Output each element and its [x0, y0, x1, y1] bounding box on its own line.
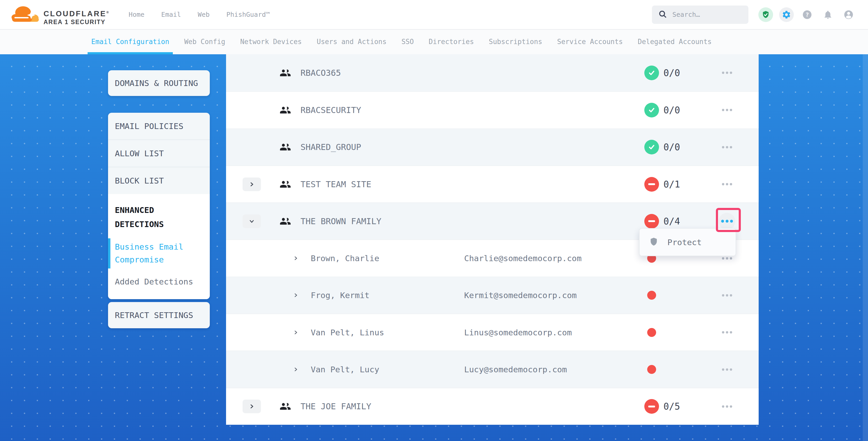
- sidebar-policies-card: EMAIL POLICIESALLOW LISTBLOCK LIST ENHAN…: [108, 113, 210, 299]
- member-email: Lucy@somedemocorp.com: [464, 365, 567, 374]
- status-unprotected-dot: [647, 365, 656, 374]
- tab-web-config[interactable]: Web Config: [184, 29, 225, 54]
- shield-check-icon[interactable]: [758, 7, 773, 22]
- main-content: DOMAINS & ROUTING EMAIL POLICIESALLOW LI…: [0, 54, 868, 441]
- nav-link-home[interactable]: Home: [129, 11, 145, 18]
- tab-users-and-actions[interactable]: Users and Actions: [317, 29, 386, 54]
- group-people-icon: [280, 67, 291, 78]
- group-people-icon: [280, 104, 291, 116]
- brand-subtitle: AREA 1 SECURITY: [43, 19, 109, 25]
- expand-chevron-button[interactable]: [243, 400, 261, 413]
- table-row-group[interactable]: RBACO3650/0: [226, 54, 758, 91]
- group-name: RBACSECURITY: [301, 105, 361, 115]
- groups-table: RBACO3650/0RBACSECURITY0/0SHARED_GROUP0/…: [226, 54, 758, 425]
- notifications-bell-icon[interactable]: [820, 7, 835, 22]
- registered-mark: ®: [106, 10, 109, 14]
- group-people-icon: [280, 179, 291, 190]
- tab-directories[interactable]: Directories: [429, 29, 474, 54]
- member-name: Van Pelt, Lucy: [311, 365, 379, 374]
- tab-subscriptions[interactable]: Subscriptions: [489, 29, 542, 54]
- brand-title: CLOUDFLARE®: [43, 10, 109, 18]
- protection-count: 0/4: [663, 216, 680, 226]
- sidebar-item-allow-list[interactable]: ALLOW LIST: [108, 139, 210, 167]
- row-actions-menu-button[interactable]: [718, 176, 735, 193]
- member-name: Van Pelt, Linus: [311, 328, 384, 337]
- group-name: RBACO365: [301, 68, 341, 78]
- status-unprotected-badge: [644, 214, 659, 229]
- protection-count: 0/0: [663, 68, 680, 78]
- settings-gear-icon[interactable]: [779, 7, 794, 22]
- table-row-group[interactable]: RBACSECURITY0/0: [226, 91, 758, 128]
- secondary-tabbar: Email ConfigurationWeb ConfigNetwork Dev…: [0, 29, 868, 54]
- annotation-highlight-box: [716, 208, 741, 232]
- expand-chevron-button[interactable]: [243, 178, 261, 191]
- protection-count: 0/0: [663, 105, 680, 115]
- protect-dropdown: Protect: [639, 228, 736, 256]
- search-input[interactable]: [672, 10, 739, 19]
- member-email: Charlie@somedemocorp.com: [464, 254, 582, 263]
- table-row-member[interactable]: Van Pelt, LinusLinus@somedemocorp.com: [226, 314, 758, 351]
- search-box[interactable]: [652, 5, 748, 24]
- tab-network-devices[interactable]: Network Devices: [240, 29, 302, 54]
- group-name: SHARED_GROUP: [301, 142, 361, 152]
- row-actions-menu-button[interactable]: [718, 324, 735, 341]
- group-name: THE BROWN FAMILY: [301, 216, 381, 226]
- sidebar-item-retract-settings[interactable]: RETRACT SETTINGS: [108, 302, 210, 328]
- group-people-icon: [280, 401, 291, 412]
- group-name: TEST TEAM SITE: [301, 179, 371, 189]
- row-actions-menu-button[interactable]: [718, 139, 735, 155]
- sidebar-item-business-email-compromise[interactable]: Business Email Compromise: [115, 241, 203, 266]
- sidebar-item-domains-routing[interactable]: DOMAINS & ROUTING: [108, 70, 210, 96]
- member-email: Kermit@somedemocorp.com: [464, 290, 577, 300]
- member-chevron-icon: [293, 256, 299, 261]
- protect-menu-item[interactable]: Protect: [668, 238, 702, 247]
- row-actions-menu-button[interactable]: [718, 361, 735, 378]
- svg-text:?: ?: [805, 11, 809, 18]
- sidebar-item-block-list[interactable]: BLOCK LIST: [108, 167, 210, 194]
- member-email: Linus@somedemocorp.com: [464, 328, 572, 337]
- row-actions-menu-button[interactable]: [718, 287, 735, 304]
- cloudflare-logo[interactable]: CLOUDFLARE® AREA 1 SECURITY: [11, 4, 109, 25]
- group-name: THE JOE FAMILY: [301, 401, 371, 411]
- tab-service-accounts[interactable]: Service Accounts: [557, 29, 623, 54]
- member-chevron-icon: [293, 293, 299, 298]
- nav-link-phishguard[interactable]: PhishGuard™: [226, 11, 270, 18]
- area1-security-app: CLOUDFLARE® AREA 1 SECURITY HomeEmailWeb…: [0, 0, 868, 441]
- table-row-member[interactable]: Frog, KermitKermit@somedemocorp.com: [226, 277, 758, 314]
- protection-count: 0/0: [663, 142, 680, 152]
- row-actions-menu-button[interactable]: [718, 398, 735, 415]
- row-actions-menu-button[interactable]: [718, 102, 735, 119]
- nav-link-email[interactable]: Email: [161, 11, 181, 18]
- status-unprotected-badge: [644, 177, 659, 192]
- group-people-icon: [280, 216, 291, 227]
- sidebar-item-added-detections[interactable]: Added Detections: [115, 275, 203, 288]
- tab-email-configuration[interactable]: Email Configuration: [91, 29, 169, 54]
- primary-nav: HomeEmailWebPhishGuard™: [129, 11, 270, 18]
- tab-delegated-accounts[interactable]: Delegated Accounts: [638, 29, 712, 54]
- table-row-group[interactable]: TEST TEAM SITE0/1: [226, 165, 758, 202]
- status-unprotected-badge: [644, 399, 659, 414]
- sidebar-section-enhanced-detections: ENHANCED DETECTIONS Business Email Compr…: [108, 194, 210, 299]
- shield-icon: [649, 237, 658, 248]
- table-row-group[interactable]: SHARED_GROUP0/0: [226, 128, 758, 165]
- tab-sso[interactable]: SSO: [401, 29, 414, 54]
- help-icon[interactable]: ?: [800, 7, 814, 22]
- user-avatar-icon[interactable]: [841, 7, 856, 22]
- row-actions-menu-button[interactable]: [718, 64, 735, 81]
- protection-count: 0/1: [663, 179, 680, 190]
- cloudflare-cloud-icon: [11, 4, 40, 25]
- nav-link-web[interactable]: Web: [198, 11, 210, 18]
- sidebar-item-email-policies[interactable]: EMAIL POLICIES: [108, 113, 210, 139]
- scrollbar-gutter[interactable]: [863, 54, 868, 441]
- collapse-chevron-button[interactable]: [243, 215, 261, 228]
- group-people-icon: [280, 141, 291, 153]
- enhanced-detections-title[interactable]: ENHANCED DETECTIONS: [115, 203, 199, 231]
- header-status-icons: ?: [758, 7, 856, 22]
- table-row-group[interactable]: THE JOE FAMILY0/5: [226, 388, 758, 425]
- top-header: CLOUDFLARE® AREA 1 SECURITY HomeEmailWeb…: [0, 0, 868, 30]
- member-name: Frog, Kermit: [311, 290, 370, 300]
- status-protected-badge: [644, 140, 659, 154]
- status-unprotected-dot: [647, 328, 656, 337]
- search-icon: [658, 10, 667, 20]
- table-row-member[interactable]: Van Pelt, LucyLucy@somedemocorp.com: [226, 351, 758, 387]
